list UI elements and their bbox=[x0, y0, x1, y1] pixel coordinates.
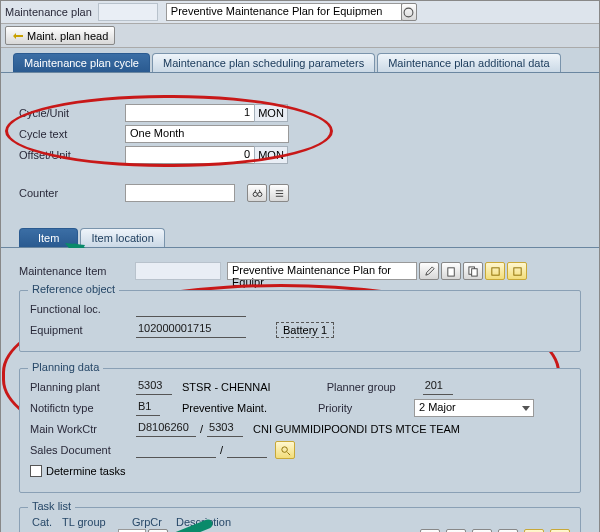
binoculars-icon[interactable] bbox=[247, 184, 267, 202]
cycle-text[interactable]: One Month bbox=[125, 125, 289, 143]
list-icon[interactable] bbox=[269, 184, 289, 202]
sales-doc-item[interactable] bbox=[227, 442, 267, 458]
svg-point-2 bbox=[257, 192, 261, 196]
planning-plant-desc: STSR - CHENNAI bbox=[182, 381, 271, 393]
svg-rect-6 bbox=[491, 267, 498, 274]
funcloc-field[interactable] bbox=[136, 301, 246, 317]
funcloc-label: Functional loc. bbox=[30, 303, 130, 315]
planner-group-label: Planner group bbox=[327, 381, 417, 393]
tabs-main: Maintenance plan cycle Maintenance plan … bbox=[1, 48, 599, 73]
group-planning-data: Planning data Planning plant 5303 STSR -… bbox=[19, 368, 581, 493]
yellow-action-2-icon[interactable] bbox=[507, 262, 527, 280]
sales-doc-search-icon[interactable] bbox=[275, 441, 295, 459]
edit-icon[interactable] bbox=[419, 262, 439, 280]
equipment-desc[interactable]: Battery 1 bbox=[276, 322, 334, 338]
new-icon[interactable] bbox=[441, 262, 461, 280]
svg-point-1 bbox=[253, 192, 257, 196]
notif-type-desc: Preventive Maint. bbox=[182, 402, 267, 414]
sales-doc-label: Sales Document bbox=[30, 444, 130, 456]
col-cat: Cat. bbox=[32, 516, 58, 528]
annotation-arrow-tasklist bbox=[150, 524, 210, 532]
toolbar: Maint. plan head bbox=[1, 24, 599, 48]
cycle-text-label: Cycle text bbox=[19, 128, 119, 140]
equipment-label: Equipment bbox=[30, 324, 130, 336]
maint-plan-code[interactable] bbox=[98, 3, 158, 21]
equipment-field[interactable]: 102000001715 bbox=[136, 322, 246, 338]
maint-plan-head-label: Maint. plan head bbox=[27, 30, 108, 42]
priority-dropdown[interactable]: 2 Major bbox=[414, 399, 534, 417]
panel-cycle: Cycle/Unit 1 MON Cycle text One Month Of… bbox=[1, 73, 599, 532]
svg-point-8 bbox=[281, 446, 287, 452]
main-workctr-desc: CNI GUMMIDIPOONDI DTS MTCE TEAM bbox=[253, 423, 460, 435]
maint-item-desc[interactable]: Preventive Maintenance Plan for Equipr bbox=[227, 262, 417, 280]
field-help-icon[interactable] bbox=[401, 3, 417, 21]
offset-unit[interactable]: MON bbox=[254, 146, 288, 164]
group-reference-object: Reference object Functional loc. Equipme… bbox=[19, 290, 581, 352]
counter-label: Counter bbox=[19, 187, 119, 199]
planning-plant-field[interactable]: 5303 bbox=[136, 379, 172, 395]
group-task-list: Task list Cat. TL group GrpCr Descriptio… bbox=[19, 507, 581, 532]
determine-tasks-checkbox[interactable] bbox=[30, 465, 42, 477]
tab-cycle[interactable]: Maintenance plan cycle bbox=[13, 53, 150, 72]
cycle-value[interactable]: 1 bbox=[125, 104, 255, 122]
main-workctr-plant[interactable]: 5303 bbox=[207, 421, 243, 437]
determine-tasks-label: Determine tasks bbox=[46, 465, 125, 477]
yellow-action-1-icon[interactable] bbox=[485, 262, 505, 280]
group-title-reference: Reference object bbox=[28, 283, 119, 295]
planning-plant-label: Planning plant bbox=[30, 381, 130, 393]
main-workctr-label: Main WorkCtr bbox=[30, 423, 130, 435]
header-bar: Maintenance plan Preventive Maintenance … bbox=[1, 1, 599, 24]
maint-item-code[interactable] bbox=[135, 262, 221, 280]
group-title-planning: Planning data bbox=[28, 361, 103, 373]
planner-group-field[interactable]: 201 bbox=[423, 379, 453, 395]
slash-2: / bbox=[216, 444, 227, 456]
svg-rect-5 bbox=[471, 268, 477, 275]
notif-type-field[interactable]: B1 bbox=[136, 400, 160, 416]
cycle-unit-label: Cycle/Unit bbox=[19, 107, 119, 119]
tasklist-columns: Cat. TL group GrpCr Description bbox=[30, 516, 570, 528]
sales-doc-field[interactable] bbox=[136, 442, 216, 458]
svg-point-0 bbox=[404, 8, 413, 17]
notif-type-label: Notifictn type bbox=[30, 402, 130, 414]
tab-sched[interactable]: Maintenance plan scheduling parameters bbox=[152, 53, 375, 72]
col-tlgroup: TL group bbox=[62, 516, 128, 528]
copy-icon[interactable] bbox=[463, 262, 483, 280]
cycle-unit[interactable]: MON bbox=[254, 104, 288, 122]
svg-rect-3 bbox=[447, 267, 453, 275]
maint-item-label: Maintenance Item bbox=[19, 265, 129, 277]
svg-rect-7 bbox=[513, 267, 520, 274]
tab-additional[interactable]: Maintenance plan additional data bbox=[377, 53, 560, 72]
counter-field[interactable] bbox=[125, 184, 235, 202]
offset-unit-label: Offset/Unit bbox=[19, 149, 119, 161]
priority-label: Priority bbox=[318, 402, 408, 414]
main-workctr-field[interactable]: D8106260 bbox=[136, 421, 196, 437]
slash-1: / bbox=[196, 423, 207, 435]
maint-plan-desc[interactable]: Preventive Maintenance Plan for Equipmen bbox=[166, 3, 402, 21]
offset-value[interactable]: 0 bbox=[125, 146, 255, 164]
maint-plan-label: Maintenance plan bbox=[5, 6, 92, 18]
maint-plan-head-button[interactable]: Maint. plan head bbox=[5, 26, 115, 45]
group-title-tasklist: Task list bbox=[28, 500, 75, 512]
